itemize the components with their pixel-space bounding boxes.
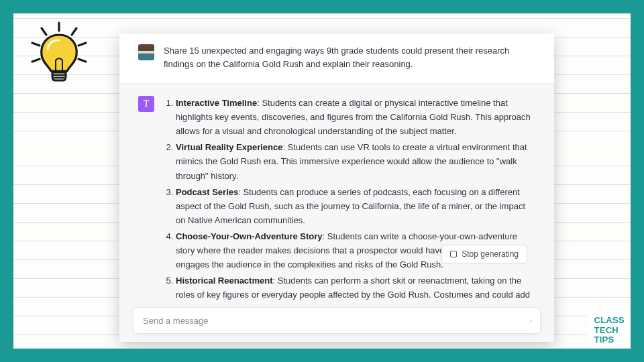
idea-title: Interactive Timeline — [176, 98, 257, 108]
logo-line: TECH — [594, 326, 625, 336]
user-message: Share 15 unexpected and engaging ways 9t… — [119, 34, 554, 84]
list-item: Virtual Reality Experience: Students can… — [176, 140, 531, 182]
list-item: Podcast Series: Students can produce a s… — [176, 185, 531, 227]
send-icon[interactable]: ·· — [529, 315, 531, 326]
user-avatar — [138, 44, 154, 60]
message-input-container[interactable]: ·· — [133, 307, 541, 334]
logo-line: TIPS — [594, 335, 625, 345]
assistant-avatar: T — [138, 96, 154, 112]
class-tech-tips-logo: CLASS TECH TIPS — [588, 312, 631, 349]
ideas-list: Interactive Timeline: Students can creat… — [164, 96, 531, 301]
idea-title: Choose-Your-Own-Adventure Story — [176, 231, 323, 241]
message-input[interactable] — [143, 316, 529, 326]
svg-line-6 — [78, 59, 86, 62]
svg-line-3 — [32, 43, 40, 46]
stop-icon — [450, 251, 457, 257]
assistant-body: Interactive Timeline: Students can creat… — [164, 96, 531, 301]
svg-line-5 — [32, 59, 40, 62]
list-item: Historical Reenactment: Students can per… — [176, 274, 531, 301]
list-item: Interactive Timeline: Students can creat… — [176, 96, 531, 138]
idea-title: Historical Reenactment — [176, 276, 273, 286]
stop-label: Stop generating — [462, 249, 519, 259]
paper-background: Share 15 unexpected and engaging ways 9t… — [13, 13, 631, 349]
stop-generating-button[interactable]: Stop generating — [441, 245, 527, 263]
input-row: ·· — [119, 301, 554, 342]
svg-line-4 — [78, 43, 86, 46]
idea-title: Podcast Series — [176, 187, 238, 197]
logo-line: CLASS — [594, 316, 625, 326]
teal-frame: Share 15 unexpected and engaging ways 9t… — [0, 0, 644, 362]
svg-line-1 — [42, 28, 46, 35]
idea-title: Virtual Reality Experience — [176, 142, 282, 152]
user-prompt-text: Share 15 unexpected and engaging ways 9t… — [164, 44, 526, 71]
chat-card: Share 15 unexpected and engaging ways 9t… — [119, 34, 554, 342]
svg-line-2 — [72, 28, 76, 35]
lightbulb-icon — [25, 20, 93, 94]
assistant-message: T Interactive Timeline: Students can cre… — [119, 84, 554, 301]
